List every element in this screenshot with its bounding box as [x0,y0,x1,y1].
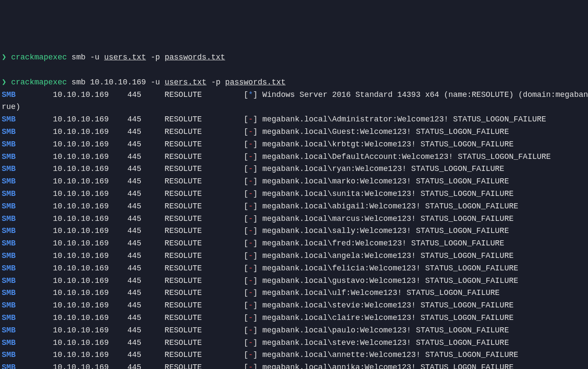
ip-address: 10.10.10.169 [53,90,128,99]
failure-row: SMB 10.10.10.169 445 RESOLUTE [-] megaba… [2,213,586,225]
ip-address: 10.10.10.169 [53,251,128,260]
ip-address: 10.10.10.169 [53,152,128,161]
failure-row: SMB 10.10.10.169 445 RESOLUTE [-] megaba… [2,163,586,175]
ip-address: 10.10.10.169 [53,164,128,173]
port: 445 [128,202,165,211]
port: 445 [128,251,165,260]
command-arg: users.txt [165,78,206,87]
bracket-open: [ [244,140,249,149]
protocol-label: SMB [2,140,53,149]
bracket-open: [ [244,202,249,211]
failure-row: SMB 10.10.10.169 445 RESOLUTE [-] megaba… [2,275,586,287]
status-message: megabank.local\DefaultAccount:Welcome123… [258,152,551,161]
bracket-close: ] [253,288,258,297]
hostname: RESOLUTE [165,276,244,285]
protocol-label: SMB [2,239,53,248]
protocol-label: SMB [2,214,53,223]
ip-address: 10.10.10.169 [53,276,128,285]
failure-row: SMB 10.10.10.169 445 RESOLUTE [-] megaba… [2,200,586,213]
bracket-open: [ [244,363,249,369]
bracket-close: ] [253,177,258,186]
ip-address: 10.10.10.169 [53,301,128,310]
failure-row: SMB 10.10.10.169 445 RESOLUTE [-] megaba… [2,250,586,262]
ip-address: 10.10.10.169 [53,127,128,136]
bracket-close: ] [253,202,258,211]
bracket-close: ] [253,127,258,136]
ip-address: 10.10.10.169 [53,363,128,369]
protocol-label: SMB [2,189,53,198]
hostname: RESOLUTE [165,140,244,149]
bracket-close: ] [253,251,258,260]
status-message: megabank.local\sunita:Welcome123! STATUS… [258,189,513,198]
failure-row: SMB 10.10.10.169 445 RESOLUTE [-] megaba… [2,225,586,237]
protocol-label: SMB [2,363,53,369]
port: 445 [128,301,165,310]
status-message: Windows Server 2016 Standard 14393 x64 (… [258,90,588,99]
bracket-close: ] [253,276,258,285]
failure-row: SMB 10.10.10.169 445 RESOLUTE [-] megaba… [2,113,586,126]
port: 445 [128,164,165,173]
hostname: RESOLUTE [165,239,244,248]
port: 445 [128,90,165,99]
status-message: megabank.local\stevie:Welcome123! STATUS… [258,301,513,310]
port: 445 [128,152,165,161]
status-message: megabank.local\felicia:Welcome123! STATU… [258,264,518,273]
bracket-close: ] [253,90,258,99]
failure-row: SMB 10.10.10.169 445 RESOLUTE [-] megaba… [2,312,586,324]
port: 445 [128,140,165,149]
command-arg: smb 10.10.10.169 [72,78,146,87]
protocol-label: SMB [2,177,53,186]
command-name: crackmapexec [11,78,67,87]
bracket-close: ] [253,140,258,149]
ip-address: 10.10.10.169 [53,115,128,124]
protocol-label: SMB [2,301,53,310]
bracket-open: [ [244,276,249,285]
status-message: megabank.local\marcus:Welcome123! STATUS… [258,214,513,223]
bracket-open: [ [244,326,249,335]
status-symbol: - [249,152,253,161]
ip-address: 10.10.10.169 [53,202,128,211]
bracket-open: [ [244,301,249,310]
status-symbol: - [249,350,253,359]
bracket-open: [ [244,214,249,223]
status-message: megabank.local\abigail:Welcome123! STATU… [258,202,518,211]
status-symbol: - [249,140,253,149]
status-message: megabank.local\Administrator:Welcome123!… [258,115,546,124]
command-line[interactable]: ❯ crackmapexec smb 10.10.10.169 -u users… [2,76,586,89]
hostname: RESOLUTE [165,115,244,124]
bracket-open: [ [244,115,249,124]
command-arg: -u [151,78,160,87]
failure-row: SMB 10.10.10.169 445 RESOLUTE [-] megaba… [2,287,586,299]
failure-row: SMB 10.10.10.169 445 RESOLUTE [-] megaba… [2,349,586,361]
protocol-label: SMB [2,164,53,173]
status-message: megabank.local\fred:Welcome123! STATUS_L… [258,239,504,248]
command-line[interactable]: ❯ crackmapexec smb -u users.txt -p passw… [2,51,586,64]
status-message: megabank.local\claire:Welcome123! STATUS… [258,313,513,322]
ip-address: 10.10.10.169 [53,338,128,347]
ip-address: 10.10.10.169 [53,226,128,235]
ip-address: 10.10.10.169 [53,350,128,359]
port: 445 [128,115,165,124]
bracket-open: [ [244,239,249,248]
protocol-label: SMB [2,202,53,211]
bracket-open: [ [244,127,249,136]
port: 445 [128,226,165,235]
status-symbol: - [249,189,253,198]
protocol-label: SMB [2,326,53,335]
ip-address: 10.10.10.169 [53,140,128,149]
bracket-close: ] [253,214,258,223]
port: 445 [128,264,165,273]
failure-row: SMB 10.10.10.169 445 RESOLUTE [-] megaba… [2,151,586,163]
hostname: RESOLUTE [165,127,244,136]
bracket-open: [ [244,90,249,99]
bracket-close: ] [253,189,258,198]
hostname: RESOLUTE [165,301,244,310]
hostname: RESOLUTE [165,251,244,260]
protocol-label: SMB [2,276,53,285]
status-message: megabank.local\krbtgt:Welcome123! STATUS… [258,140,513,149]
hostname: RESOLUTE [165,177,244,186]
status-symbol: - [249,214,253,223]
failure-row: SMB 10.10.10.169 445 RESOLUTE [-] megaba… [2,126,586,138]
status-symbol: - [249,301,253,310]
bracket-close: ] [253,313,258,322]
